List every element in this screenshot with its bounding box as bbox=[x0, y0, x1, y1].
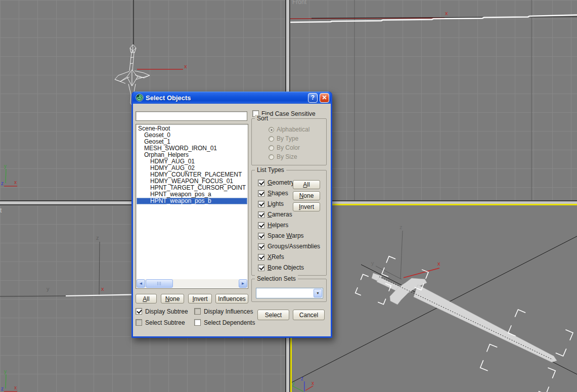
axis-x-label: x bbox=[184, 63, 187, 69]
viewport-perspective-scene: z y x z y x bbox=[290, 205, 577, 392]
shaded-sword bbox=[372, 273, 557, 362]
ucs-tripod-icon: y z x bbox=[1, 369, 17, 391]
select-button[interactable]: Select bbox=[257, 310, 289, 320]
list-types-none-button[interactable]: None bbox=[293, 191, 320, 200]
list-type-label: Groups/Assemblies bbox=[268, 243, 320, 250]
scrollbar-left-arrow-icon[interactable]: ◄ bbox=[137, 279, 145, 288]
select-objects-dialog: Select Objects ? ✕ Scene-RootGeoset_0Geo… bbox=[131, 92, 332, 338]
list-type-label: Lights bbox=[268, 201, 284, 207]
dialog-body: Scene-RootGeoset_0Geoset_1MESH_SWORD_IRO… bbox=[133, 104, 331, 336]
sort-radio-label: By Color bbox=[277, 145, 300, 151]
axis-x-label: x bbox=[445, 10, 448, 16]
select-subtree-checkbox bbox=[136, 319, 142, 326]
selection-sets-group-label: Selection Sets bbox=[255, 275, 298, 282]
sort-radio bbox=[269, 136, 274, 142]
3dsmax-screen: { "viewports": { "axis_labels": { "x": "… bbox=[0, 0, 577, 392]
dialog-title: Select Objects bbox=[146, 94, 306, 102]
x-axis: x bbox=[137, 63, 187, 69]
object-list-item[interactable]: HPNT_weapon_pos_b bbox=[137, 198, 247, 204]
tripod-x-label: x bbox=[312, 380, 314, 386]
sort-radio-label: Alphabetical bbox=[277, 126, 309, 133]
display-influences-checkbox bbox=[194, 308, 201, 315]
close-button[interactable]: ✕ bbox=[320, 93, 329, 103]
list-types-invert-button[interactable]: Invert bbox=[293, 202, 320, 211]
axis-x-label: x bbox=[437, 260, 440, 267]
sort-radio bbox=[269, 154, 274, 160]
object-list-hscrollbar[interactable]: ◄ ► bbox=[137, 279, 247, 288]
axis-y-label: y bbox=[47, 286, 50, 292]
tripod-z-label: z bbox=[301, 376, 303, 381]
tripod-y-label: y bbox=[292, 380, 295, 386]
sort-group: Sort AlphabeticalBy TypeBy ColorBy Size bbox=[251, 118, 327, 165]
list-types-group: List Types GeometryShapesLightsCamerasHe… bbox=[251, 170, 327, 276]
list-type-label: Helpers bbox=[268, 222, 288, 229]
display-influences-label: Display Influences bbox=[204, 309, 253, 315]
list-type-label: Space Warps bbox=[268, 233, 304, 239]
grid-home-line bbox=[291, 236, 577, 383]
list-type-label: XRefs bbox=[268, 254, 284, 260]
tripod-z-label: z bbox=[1, 386, 4, 391]
select-dependents-label: Select Dependents bbox=[204, 320, 255, 326]
selection-sets-combo[interactable]: ▼ bbox=[256, 288, 323, 298]
scrollbar-thumb[interactable] bbox=[146, 279, 173, 288]
influences-button[interactable]: Influences bbox=[215, 294, 248, 303]
viewport-top-right-front[interactable]: Front x bbox=[290, 0, 577, 200]
viewport-front-scene: x bbox=[290, 0, 577, 200]
sort-radio bbox=[269, 145, 274, 151]
selection-sets-value bbox=[256, 288, 313, 298]
display-subtree-label: Display Subtree bbox=[145, 309, 188, 315]
scrollbar-right-arrow-icon[interactable]: ► bbox=[239, 279, 247, 288]
axis-y-label: y bbox=[371, 260, 374, 266]
list-type-checkbox[interactable] bbox=[258, 243, 264, 250]
viewport-label-partial: t bbox=[0, 207, 2, 214]
chevron-down-icon: ▼ bbox=[316, 291, 320, 295]
list-type-checkbox[interactable] bbox=[258, 222, 264, 229]
tripod-y-label: y bbox=[4, 163, 7, 169]
list-type-checkbox[interactable] bbox=[258, 233, 264, 239]
list-type-label: Cameras bbox=[268, 211, 292, 218]
z-axis-line bbox=[99, 242, 100, 295]
help-button[interactable]: ? bbox=[308, 93, 318, 103]
list-type-checkbox[interactable] bbox=[258, 190, 264, 197]
list-type-checkbox[interactable] bbox=[258, 201, 264, 207]
cancel-button[interactable]: Cancel bbox=[293, 310, 325, 320]
sort-group-label: Sort bbox=[255, 115, 270, 122]
tripod-z-label: z bbox=[1, 181, 4, 186]
scrollbar-track[interactable] bbox=[145, 279, 239, 288]
dialog-titlebar[interactable]: Select Objects ? ✕ bbox=[133, 92, 331, 104]
none-button[interactable]: None bbox=[161, 294, 184, 303]
grid-home-line bbox=[0, 296, 66, 296]
list-type-checkbox[interactable] bbox=[258, 265, 264, 271]
list-type-checkbox[interactable] bbox=[258, 254, 264, 260]
world-tripod-icon: z y x bbox=[292, 376, 314, 391]
list-types-all-button[interactable]: All bbox=[293, 180, 320, 189]
axis-tripod-origin: z y x bbox=[371, 224, 440, 279]
list-type-checkbox[interactable] bbox=[258, 211, 264, 218]
list-type-label: Geometry bbox=[268, 180, 294, 186]
scrollbar-grip-icon bbox=[157, 282, 162, 285]
selection-brackets bbox=[356, 256, 573, 392]
all-button[interactable]: All bbox=[136, 294, 157, 303]
combo-dropdown-button[interactable]: ▼ bbox=[314, 289, 322, 297]
axis-z-label: z bbox=[96, 235, 99, 241]
tripod-x-label: x bbox=[14, 180, 17, 185]
tripod-x-label: x bbox=[14, 385, 17, 390]
object-name-input[interactable] bbox=[136, 111, 247, 121]
list-types-group-label: List Types bbox=[255, 166, 286, 173]
list-type-label: Bone Objects bbox=[268, 265, 304, 271]
viewport-bottom-right-perspective[interactable]: z y x z y x bbox=[290, 205, 577, 392]
selection-sets-group: Selection Sets ▼ bbox=[251, 279, 327, 302]
object-list-items: Scene-RootGeoset_0Geoset_1MESH_SWORD_IRO… bbox=[137, 125, 247, 279]
app-icon bbox=[136, 94, 144, 102]
sort-radio bbox=[269, 127, 274, 133]
select-dependents-checkbox[interactable] bbox=[194, 319, 201, 326]
invert-button[interactable]: Invert bbox=[188, 294, 212, 303]
display-subtree-checkbox[interactable] bbox=[136, 308, 142, 315]
list-type-checkbox[interactable] bbox=[258, 180, 264, 186]
viewport-label-front: Front bbox=[292, 0, 306, 6]
object-list[interactable]: Scene-RootGeoset_0Geoset_1MESH_SWORD_IRO… bbox=[136, 124, 248, 289]
select-subtree-label: Select Subtree bbox=[145, 320, 185, 326]
axis-z-label: z bbox=[400, 224, 403, 230]
tripod-y-label: y bbox=[4, 369, 7, 374]
ucs-tripod-icon: y z x bbox=[1, 163, 17, 186]
